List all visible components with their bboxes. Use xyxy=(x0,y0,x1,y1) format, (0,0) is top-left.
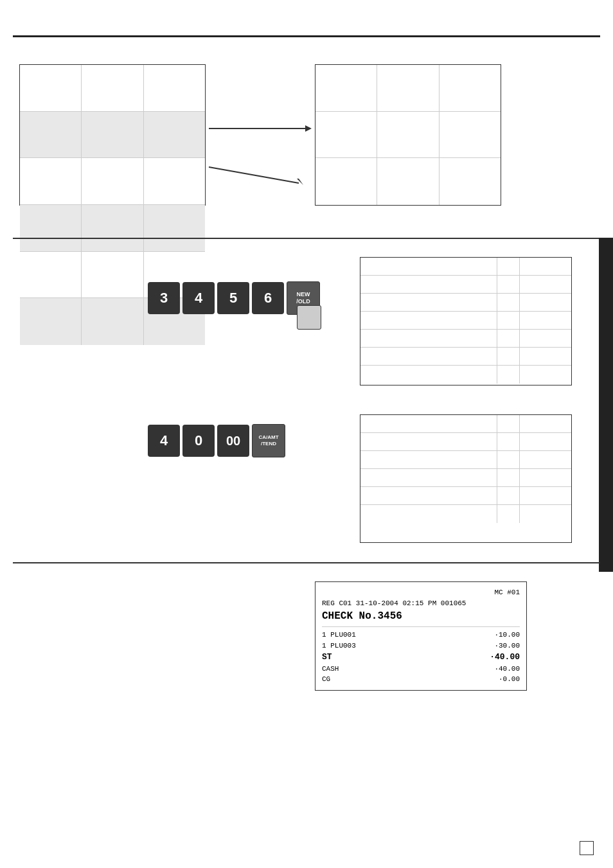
receipt-cell-side1 xyxy=(497,258,520,275)
receipt-row xyxy=(360,330,571,348)
reg-line: REG C01 31-10-2004 02:15 PM 001065 xyxy=(322,598,520,609)
receipt-row xyxy=(360,348,571,366)
left-table-cell xyxy=(82,205,143,251)
receipt-cell-main xyxy=(360,294,497,311)
left-table-cell xyxy=(144,205,205,251)
receipt-cell-side1 xyxy=(497,366,520,384)
receipt-cell-side1 xyxy=(497,433,520,450)
receipt-cell-side1 xyxy=(497,505,520,523)
receipt-printout: MC #01 REG C01 31-10-2004 02:15 PM 00106… xyxy=(315,581,527,691)
receipt-cell-main xyxy=(360,312,497,329)
receipt-cell-main xyxy=(360,469,497,486)
right-table-cell xyxy=(315,158,377,205)
key-row-1: 3 4 5 6 NEW/OLD xyxy=(148,267,321,330)
receipt-display-2 xyxy=(360,257,572,385)
left-table xyxy=(19,64,206,206)
left-table-cell xyxy=(144,65,205,111)
receipt-cell-side2 xyxy=(520,505,571,523)
receipt-row xyxy=(360,433,571,451)
right-sidebar xyxy=(599,238,613,572)
receipt-cell-main xyxy=(360,451,497,468)
small-key[interactable] xyxy=(297,305,321,330)
right-table-cell xyxy=(377,112,439,158)
right-table-row xyxy=(315,65,501,112)
key-3-button[interactable]: 3 xyxy=(148,282,180,314)
receipt-cell-side2 xyxy=(520,258,571,275)
lower-rule xyxy=(13,562,600,563)
item-2-amount: ·30.00 xyxy=(494,641,520,651)
receipt-cell-side1 xyxy=(497,312,520,329)
right-table-cell xyxy=(377,65,439,111)
mid-rule xyxy=(13,238,600,239)
ca-amt-tend-key[interactable]: CA/AMT/TEND xyxy=(252,424,285,457)
st-amount: ·40.00 xyxy=(490,651,520,664)
key-row-2: 4 0 00 CA/AMT/TEND xyxy=(148,424,285,457)
right-table-cell xyxy=(440,158,501,205)
st-label: ST xyxy=(322,651,332,664)
right-table-row xyxy=(315,112,501,159)
receipt-cell-main xyxy=(360,276,497,293)
right-table-cell xyxy=(440,112,501,158)
receipt-cg-line: CG ·0.00 xyxy=(322,674,520,685)
receipt-divider xyxy=(322,626,520,627)
bottom-checkbox[interactable] xyxy=(580,841,594,855)
receipt-cell-side2 xyxy=(520,312,571,329)
mc-header: MC #01 xyxy=(322,587,520,598)
key-0-button[interactable]: 0 xyxy=(182,425,215,457)
receipt-row xyxy=(360,276,571,294)
receipt-cell-main xyxy=(360,433,497,450)
left-table-row xyxy=(20,112,205,159)
key-6-button[interactable]: 6 xyxy=(252,282,284,314)
svg-line-2 xyxy=(209,167,299,183)
receipt-cell-side2 xyxy=(520,330,571,347)
receipt-cell-main xyxy=(360,366,497,384)
left-table-cell xyxy=(144,158,205,204)
receipt-cell-side2 xyxy=(520,294,571,311)
receipt-cell-side2 xyxy=(520,415,571,432)
right-table xyxy=(315,64,501,206)
receipt-row xyxy=(360,487,571,505)
key-00-button[interactable]: 00 xyxy=(217,425,249,457)
receipt-cell-side2 xyxy=(520,451,571,468)
check-line: CHECK No.3456 xyxy=(322,608,520,624)
key-4b-button[interactable]: 4 xyxy=(148,425,180,457)
cg-label: CG xyxy=(322,674,330,685)
receipt-cell-side1 xyxy=(497,469,520,486)
left-table-cell xyxy=(82,65,143,111)
receipt-cell-main xyxy=(360,505,497,523)
receipt-cell-main xyxy=(360,348,497,365)
svg-marker-3 xyxy=(297,179,303,185)
receipt-row xyxy=(360,451,571,469)
receipt-cell-side1 xyxy=(497,487,520,504)
receipt-row xyxy=(360,469,571,487)
receipt-row xyxy=(360,415,571,433)
item-1-qty-name: 1 PLU001 xyxy=(322,630,356,641)
receipt-item-2: 1 PLU003 ·30.00 xyxy=(322,641,520,651)
receipt-row xyxy=(360,505,571,523)
check-label: CHECK No. xyxy=(322,610,377,622)
receipt-cell-side2 xyxy=(520,348,571,365)
receipt-cell-main xyxy=(360,258,497,275)
receipt-row xyxy=(360,258,571,276)
receipt-cell-side1 xyxy=(497,348,520,365)
left-table-cell xyxy=(144,112,205,158)
svg-marker-1 xyxy=(305,125,312,132)
item-1-amount: ·10.00 xyxy=(494,630,520,641)
receipt-cell-side1 xyxy=(497,330,520,347)
cash-label: CASH xyxy=(322,664,339,675)
receipt-cell-side2 xyxy=(520,366,571,384)
receipt-item-1: 1 PLU001 ·10.00 xyxy=(322,630,520,641)
receipt-cell-main xyxy=(360,330,497,347)
key-5-button[interactable]: 5 xyxy=(217,282,249,314)
key-4-button[interactable]: 4 xyxy=(182,282,215,314)
receipt-cell-side1 xyxy=(497,276,520,293)
receipt-cell-side1 xyxy=(497,294,520,311)
receipt-cell-side1 xyxy=(497,415,520,432)
right-table-cell xyxy=(315,65,377,111)
right-table-row xyxy=(315,158,501,205)
left-table-cell xyxy=(20,112,82,158)
receipt-cash-line: CASH ·40.00 xyxy=(322,664,520,675)
right-table-cell xyxy=(315,112,377,158)
receipt-row xyxy=(360,366,571,384)
cg-amount: ·0.00 xyxy=(499,674,520,685)
